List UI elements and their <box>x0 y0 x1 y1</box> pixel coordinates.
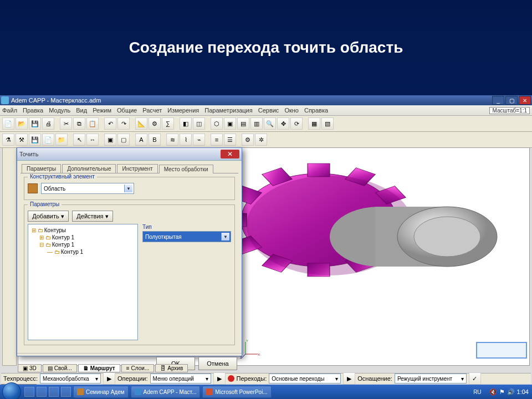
element-select[interactable]: Область▼ <box>41 183 134 194</box>
process-icon[interactable]: ⚗ <box>2 134 14 146</box>
select-icon[interactable]: ↖ <box>73 134 85 146</box>
vtab-custom[interactable]: ▤Свой... <box>43 364 77 372</box>
quicklaunch-icon[interactable] <box>49 387 59 397</box>
cube2-icon[interactable]: ▧ <box>321 117 334 130</box>
wire-icon[interactable]: ◫ <box>193 117 205 130</box>
vtab-route[interactable]: 🗎Маршрут <box>78 364 120 372</box>
window-title: Adem CAPP - Мастеркласс.adm <box>11 97 491 104</box>
operation-icon[interactable]: ⚒ <box>16 134 28 146</box>
cancel-button[interactable]: Отмена <box>198 357 237 370</box>
pan-icon[interactable]: ✥ <box>277 117 289 130</box>
transitions-go[interactable]: ▶ <box>343 372 355 385</box>
ungroup-icon[interactable]: ▢ <box>117 134 130 146</box>
menu-file[interactable]: Файл <box>2 107 17 114</box>
rotate-icon[interactable]: ⟳ <box>290 117 303 130</box>
menu-help[interactable]: Справка <box>304 107 328 114</box>
menu-window[interactable]: Окно <box>284 107 299 114</box>
align-icon[interactable]: ≡ <box>211 134 223 146</box>
measure-icon[interactable]: 📐 <box>135 117 147 130</box>
render-icon[interactable]: ◧ <box>180 117 192 130</box>
type-select[interactable]: Полуоткрытая▼ <box>142 231 231 242</box>
tray-icon[interactable]: ⚑ <box>499 388 505 396</box>
redo-icon[interactable]: ↷ <box>117 117 130 130</box>
dialog-turn: Точить ✕ Параметры Дополнительные Инстру… <box>17 147 242 356</box>
cube1-icon[interactable]: ▦ <box>308 117 320 130</box>
minimize-button[interactable]: _ <box>492 96 504 105</box>
taskbar-item[interactable]: Adem CAPP - Маст... <box>131 386 201 398</box>
tray-icon[interactable]: 🔊 <box>507 388 515 396</box>
vtab-layers[interactable]: ≡Слои... <box>121 364 155 372</box>
path1-icon[interactable]: ≋ <box>166 134 178 146</box>
path2-icon[interactable]: ⌇ <box>180 134 192 146</box>
undo-icon[interactable]: ↶ <box>104 117 116 130</box>
quicklaunch-icon[interactable] <box>24 387 34 397</box>
calc-icon[interactable]: ∑ <box>162 117 174 130</box>
equipment-select[interactable]: Режущий инструмент▾ <box>395 374 467 383</box>
save2-icon[interactable]: 💾 <box>29 134 41 146</box>
list-icon[interactable]: ☰ <box>224 134 236 146</box>
menu-measure[interactable]: Измерения <box>167 107 199 114</box>
transitions-select[interactable]: Основные переходы▾ <box>269 374 341 383</box>
tab-tool[interactable]: Инструмент <box>117 164 157 173</box>
vtab-archive[interactable]: 🗄Архив <box>155 364 188 372</box>
tool-b-icon[interactable]: B <box>149 134 161 146</box>
new-icon[interactable]: 📄 <box>2 117 14 130</box>
paste-icon[interactable]: 📋 <box>86 117 99 130</box>
open-icon[interactable]: 📂 <box>16 117 28 130</box>
path3-icon[interactable]: ⌁ <box>193 134 205 146</box>
system-tray[interactable]: RU 🔇 ⚑ 🔊 1:04 <box>470 388 532 396</box>
operations-select[interactable]: Меню операций▾ <box>150 374 211 383</box>
close-button[interactable]: ✕ <box>519 96 531 105</box>
menu-param[interactable]: Параметризация <box>204 107 252 114</box>
menu-module[interactable]: Модуль <box>49 107 70 114</box>
operations-go[interactable]: ▶ <box>213 372 226 385</box>
svg-point-23 <box>414 217 480 257</box>
iso-icon[interactable]: ⬡ <box>211 117 223 130</box>
toolbar-1: 📄 📂 💾 🖨 ✂ ⧉ 📋 ↶ ↷ 📐 ⚙ ∑ ◧ ◫ ⬡ ▣ ▤ ▥ 🔍 ✥ … <box>0 116 532 132</box>
techprocess-go[interactable]: ▶ <box>103 372 115 385</box>
group-icon[interactable]: ▣ <box>104 134 116 146</box>
doc-icon[interactable]: 📄 <box>42 134 54 146</box>
tab-parameters[interactable]: Параметры <box>22 164 61 173</box>
maximize-button[interactable]: ▢ <box>505 96 518 105</box>
folder-icon[interactable]: 📁 <box>55 134 68 146</box>
menu-edit[interactable]: Правка <box>23 107 43 114</box>
top-icon[interactable]: ▥ <box>250 117 263 130</box>
scale-indicator[interactable]: Масштаб=1:1 <box>489 107 530 114</box>
vtab-3d[interactable]: ▣3D <box>18 364 42 372</box>
lang-indicator[interactable]: RU <box>473 389 481 395</box>
menu-view[interactable]: Вид <box>76 107 87 114</box>
actions-button[interactable]: Действия ▾ <box>72 211 113 222</box>
start-button[interactable] <box>2 382 21 399</box>
dialog-close-button[interactable]: ✕ <box>221 150 239 158</box>
techprocess-select[interactable]: Механообработка▾ <box>40 374 101 383</box>
cut-icon[interactable]: ✂ <box>60 117 72 130</box>
tool-a-icon[interactable]: A <box>135 134 147 146</box>
side-icon[interactable]: ▤ <box>237 117 249 130</box>
menu-mode[interactable]: Режим <box>93 107 111 114</box>
contour-tree[interactable]: ⊞ 🗀Контуры ⊞ 🗀Контур 1 ⊟ 🗀Контур 1 — 🗀Ко… <box>28 224 138 340</box>
add-button[interactable]: Добавить ▾ <box>28 211 69 222</box>
tab-machining-place[interactable]: Место обработки <box>159 165 213 173</box>
menu-service[interactable]: Сервис <box>258 107 279 114</box>
front-icon[interactable]: ▣ <box>224 117 236 130</box>
tray-icon[interactable]: 🔇 <box>489 388 497 396</box>
record-icon[interactable] <box>228 375 234 382</box>
print-icon[interactable]: 🖨 <box>42 117 54 130</box>
copy-icon[interactable]: ⧉ <box>73 117 85 130</box>
navigation-cube[interactable] <box>476 342 527 359</box>
taskbar-item[interactable]: Семинар Адем <box>73 386 129 398</box>
menu-calc[interactable]: Расчет <box>142 107 162 114</box>
save-icon[interactable]: 💾 <box>29 117 41 130</box>
zoom-icon[interactable]: 🔍 <box>264 117 276 130</box>
taskbar-item[interactable]: Microsoft PowerPoi... <box>202 386 271 398</box>
app-window: Adem CAPP - Мастеркласс.adm _ ▢ ✕ Файл П… <box>0 95 532 399</box>
equipment-check[interactable]: ✓ <box>469 372 481 385</box>
quicklaunch-icon[interactable] <box>37 387 47 397</box>
move-icon[interactable]: ↔ <box>86 134 99 146</box>
menu-general[interactable]: Общие <box>117 107 137 114</box>
quicklaunch-icon[interactable] <box>61 387 71 397</box>
param-icon[interactable]: ⚙ <box>149 117 161 130</box>
tab-additional[interactable]: Дополнительные <box>62 164 116 173</box>
element-icon <box>28 183 38 193</box>
